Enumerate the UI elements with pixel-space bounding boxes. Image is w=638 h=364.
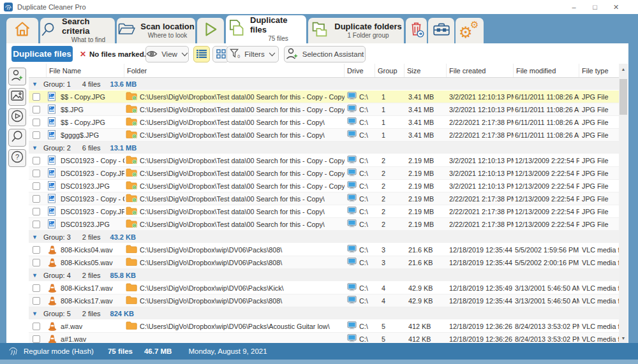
header-group[interactable]: Group: [375, 64, 404, 77]
selection-assistant-button[interactable]: Selection Assistant: [284, 46, 366, 62]
scroll-down-icon[interactable]: ▼: [619, 333, 628, 343]
row-checkbox[interactable]: [33, 284, 40, 292]
tab-scan-location[interactable]: Scan location Where to look: [117, 18, 195, 43]
tab-run-scan[interactable]: [197, 18, 224, 43]
group-header-row[interactable]: ▼Group: 42 files85.8 KB: [29, 269, 619, 282]
file-row[interactable]: 808-Kicks04.wavC:\Users\DigVo\Dropbox\wi…: [29, 244, 619, 256]
drive-cell: C:\: [345, 256, 375, 268]
title-bar: Duplicate Cleaner Pro – □ ✕: [0, 0, 638, 14]
header-size[interactable]: Size: [404, 64, 447, 77]
size-cell: 42.9 KB: [404, 282, 447, 294]
sidebar-image-preview-button[interactable]: [8, 88, 26, 106]
chevron-down-icon: [269, 50, 276, 58]
group-collapse-icon[interactable]: ▼: [32, 234, 41, 240]
group-header-row[interactable]: ▼Group: 52 files824 KB: [29, 307, 619, 320]
file-row[interactable]: DSC01923 - Copy - Copy.JPGC:\Users\DigVo…: [29, 193, 619, 205]
header-file-name[interactable]: File Name: [47, 64, 124, 77]
row-checkbox[interactable]: [33, 208, 40, 215]
sidebar-zoom-search-button[interactable]: [8, 129, 26, 147]
filters-dropdown-button[interactable]: 0 Filters: [226, 46, 279, 62]
play-circle-icon: [11, 110, 24, 125]
scroll-up-icon[interactable]: ▲: [619, 64, 628, 74]
tab-duplicate-files[interactable]: Duplicate files 75 files: [226, 15, 306, 43]
folder-cell: C:\Users\DigVo\Dropbox\Test data\00 Sear…: [124, 129, 345, 141]
header-folder[interactable]: Folder: [124, 64, 345, 77]
tab-search-criteria[interactable]: Search criteria What to find: [40, 18, 115, 43]
tab-duplicate-folders[interactable]: Duplicate folders 1 Folder group: [308, 18, 404, 43]
folder-icon: [126, 130, 137, 140]
duplicate-folders-icon: [310, 20, 329, 41]
created-cell: 2/22/2021 2:17:38 PM: [447, 193, 514, 205]
file-name-cell: 808-Kicks04.wav: [61, 244, 124, 256]
tab-home[interactable]: [6, 18, 38, 43]
row-checkbox[interactable]: [33, 297, 40, 305]
view-dropdown-button[interactable]: View: [145, 46, 189, 62]
row-checkbox[interactable]: [33, 119, 40, 126]
group-collapse-icon[interactable]: ▼: [32, 81, 41, 87]
file-row[interactable]: $gggg$.JPGC:\Users\DigVo\Dropbox\Test da…: [29, 129, 619, 142]
vertical-scrollbar[interactable]: ▲ ▼: [619, 64, 628, 343]
scrollbar-thumb[interactable]: [619, 79, 627, 115]
file-row[interactable]: DSC01923 - Copy - Copy.JPGC:\Users\DigVo…: [29, 154, 619, 167]
group-header-row[interactable]: ▼Group: 26 files13.1 MB: [29, 142, 619, 154]
minimize-button[interactable]: –: [563, 0, 584, 14]
sidebar-help-button[interactable]: ?: [8, 149, 26, 167]
header-drive[interactable]: Drive: [345, 64, 375, 77]
row-checkbox[interactable]: [33, 170, 40, 177]
folder-cell: C:\Users\DigVo\Dropbox\Test data\00 Sear…: [124, 91, 345, 103]
file-row[interactable]: 808-Kicks17.wavC:\Users\DigVo\Dropbox\wi…: [29, 295, 619, 307]
maximize-button[interactable]: □: [584, 0, 605, 14]
image-file-icon: [47, 205, 61, 217]
group-collapse-icon[interactable]: ▼: [32, 272, 41, 279]
group-number-cell: 1: [375, 91, 404, 103]
tab-remove-files[interactable]: [406, 18, 427, 43]
created-cell: 3/2/2021 12:10:13 PM: [447, 167, 514, 179]
row-checkbox[interactable]: [33, 157, 40, 164]
sidebar-media-player-button[interactable]: [8, 108, 26, 126]
file-row[interactable]: 808-Kicks05.wavC:\Users\DigVo\Dropbox\wi…: [29, 256, 619, 269]
file-row[interactable]: $$ - Copy.JPGC:\Users\DigVo\Dropbox\Test…: [29, 91, 619, 103]
row-checkbox[interactable]: [33, 106, 40, 113]
row-checkbox[interactable]: [33, 246, 40, 254]
duplicate-files-title-button[interactable]: Duplicate files: [11, 46, 73, 62]
folder-icon: [126, 258, 137, 267]
tab-tools[interactable]: [428, 18, 454, 43]
tab-settings[interactable]: ⚙⚙: [456, 18, 484, 43]
group-collapse-icon[interactable]: ▼: [32, 145, 41, 151]
file-row[interactable]: DSC01923.JPGC:\Users\DigVo\Dropbox\Test …: [29, 218, 619, 231]
file-row[interactable]: $$ - Copy.JPGC:\Users\DigVo\Dropbox\Test…: [29, 116, 619, 129]
file-row[interactable]: DSC01923.JPGC:\Users\DigVo\Dropbox\Test …: [29, 180, 619, 193]
marked-status: ✕ No files marked.: [80, 46, 146, 62]
row-checkbox[interactable]: [33, 335, 40, 343]
row-checkbox[interactable]: [33, 259, 40, 266]
file-row[interactable]: DSC01923 - Copy.JPGC:\Users\DigVo\Dropbo…: [29, 205, 619, 218]
file-row[interactable]: 808-Kicks17.wavC:\Users\DigVo\Dropbox\wi…: [29, 282, 619, 295]
row-checkbox[interactable]: [33, 182, 40, 190]
row-checkbox[interactable]: [33, 221, 40, 228]
header-type[interactable]: File type: [579, 64, 619, 77]
modified-cell: 3/13/2001 5:46:50 AM: [514, 295, 579, 307]
row-checkbox[interactable]: [33, 93, 40, 101]
file-name-cell: DSC01923.JPG: [61, 180, 124, 192]
file-row[interactable]: DSC01923 - Copy.JPGC:\Users\DigVo\Dropbo…: [29, 167, 619, 180]
sidebar-selection-assistant-button[interactable]: [8, 68, 26, 85]
group-header-row[interactable]: ▼Group: 32 files43.2 KB: [29, 231, 619, 244]
header-created[interactable]: File created: [447, 64, 514, 77]
file-row[interactable]: a#1.wavC:\5412 KB12/18/2019 12:36:26 PM8…: [29, 333, 619, 343]
created-cell: 12/18/2019 12:35:44 PM: [447, 256, 514, 268]
row-checkbox[interactable]: [33, 131, 40, 139]
chevron-down-icon: [181, 50, 188, 58]
group-collapse-icon[interactable]: ▼: [32, 310, 41, 317]
file-row[interactable]: $$.JPGC:\Users\DigVo\Dropbox\Test data\0…: [29, 103, 619, 116]
row-checkbox[interactable]: [33, 323, 40, 330]
created-cell: 3/2/2021 12:10:13 PM: [447, 103, 514, 115]
list-view-toggle[interactable]: [193, 46, 210, 62]
group-number-cell: 2: [375, 154, 404, 166]
created-cell: 2/22/2021 2:17:38 PM: [447, 205, 514, 217]
file-row[interactable]: a#.wavC:\Users\DigVo\Dropbox\wip\DV06\Pa…: [29, 320, 619, 333]
close-button[interactable]: ✕: [605, 0, 627, 14]
group-header-row[interactable]: ▼Group: 14 files13.6 MB: [29, 78, 619, 91]
row-checkbox[interactable]: [33, 195, 40, 203]
size-cell: 2.19 MB: [404, 154, 447, 166]
header-modified[interactable]: File modified: [514, 64, 579, 77]
